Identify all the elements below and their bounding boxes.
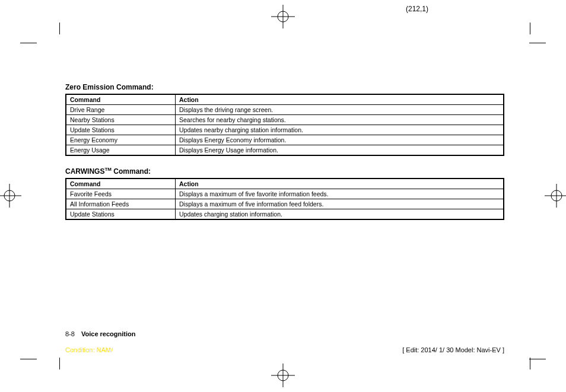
cell-action: Displays Energy Usage information.	[176, 145, 504, 156]
title-tm: TM	[104, 167, 112, 172]
crop-mark	[20, 359, 37, 359]
section-title-zero-emission: Zero Emission Command:	[65, 83, 504, 91]
crop-mark	[529, 359, 546, 359]
cell-command: Update Stations	[66, 125, 176, 135]
table-row: Favorite FeedsDisplays a maximum of five…	[66, 189, 504, 199]
col-header-action: Action	[176, 94, 504, 105]
section-name: Voice recognition	[81, 330, 135, 337]
table-row: Nearby StationsSearches for nearby charg…	[66, 115, 504, 125]
col-header-command: Command	[66, 179, 176, 189]
cell-action: Searches for nearby charging stations.	[176, 115, 504, 125]
cell-action: Updates nearby charging station informat…	[176, 125, 504, 135]
page-coordinate: (212,1)	[406, 5, 428, 13]
footer-condition: Condition: NAM/	[65, 346, 113, 353]
cell-command: Drive Range	[66, 105, 176, 115]
table-carwings: Command Action Favorite FeedsDisplays a …	[65, 178, 504, 220]
registration-mark-top	[271, 5, 295, 28]
cell-action: Updates charging station information.	[176, 209, 504, 220]
cell-command: Energy Usage	[66, 145, 176, 156]
col-header-action: Action	[176, 179, 504, 189]
registration-mark-bottom	[271, 364, 295, 387]
cell-action: Displays a maximum of five information f…	[176, 199, 504, 209]
title-suffix: Command:	[112, 167, 151, 176]
cell-command: All Information Feeds	[66, 199, 176, 209]
cell-command: Favorite Feeds	[66, 189, 176, 199]
table-row: Energy EconomyDisplays Energy Economy in…	[66, 135, 504, 145]
cell-action: Displays the driving range screen.	[176, 105, 504, 115]
table-zero-emission: Command Action Drive RangeDisplays the d…	[65, 94, 504, 156]
title-prefix: CARWINGS	[65, 167, 104, 176]
table-row: All Information FeedsDisplays a maximum …	[66, 199, 504, 209]
cell-action: Displays Energy Economy information.	[176, 135, 504, 145]
page-content: Zero Emission Command: Command Action Dr…	[65, 83, 504, 231]
page-number: 8-8	[65, 330, 75, 337]
table-header-row: Command Action	[66, 179, 504, 189]
footer-page-number: 8-8 Voice recognition	[65, 330, 135, 337]
cell-command: Update Stations	[66, 209, 176, 220]
table-row: Update StationsUpdates nearby charging s…	[66, 125, 504, 135]
section-title-carwings: CARWINGSTM Command:	[65, 167, 504, 176]
registration-mark-right	[545, 184, 566, 208]
table-row: Update StationsUpdates charging station …	[66, 209, 504, 220]
cell-command: Energy Economy	[66, 135, 176, 145]
table-row: Energy UsageDisplays Energy Usage inform…	[66, 145, 504, 156]
footer-edit-info: [ Edit: 2014/ 1/ 30 Model: Navi-EV ]	[402, 346, 504, 353]
cell-action: Displays a maximum of five favorite info…	[176, 189, 504, 199]
table-header-row: Command Action	[66, 94, 504, 105]
col-header-command: Command	[66, 94, 176, 105]
table-row: Drive RangeDisplays the driving range sc…	[66, 105, 504, 115]
crop-mark	[529, 43, 546, 43]
crop-mark	[20, 43, 37, 43]
cell-command: Nearby Stations	[66, 115, 176, 125]
registration-mark-left	[0, 184, 21, 208]
